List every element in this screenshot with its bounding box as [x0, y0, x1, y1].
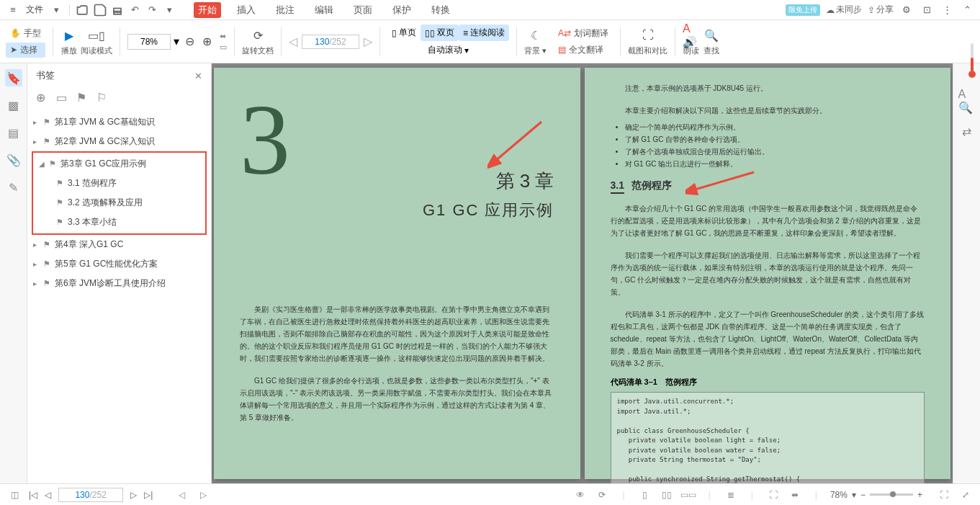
find-group[interactable]: 🔍 查找	[703, 27, 720, 56]
read-aloud-group[interactable]: A🔊 朗读	[683, 27, 700, 56]
bookmark-tab-icon[interactable]: 🔖	[5, 69, 22, 86]
print-icon[interactable]	[110, 3, 125, 17]
thermometer-icon	[968, 43, 976, 81]
back-icon[interactable]: ◁	[174, 488, 189, 502]
bookmark-outline-icon[interactable]: ⚐	[96, 91, 109, 104]
zoom-out-icon[interactable]: ⊖	[182, 33, 197, 50]
collapse-icon[interactable]: ⌃	[960, 3, 974, 17]
zoom-input[interactable]	[127, 34, 171, 50]
hamburger-icon[interactable]: ≡	[6, 3, 20, 17]
close-icon[interactable]: ✕	[194, 71, 202, 81]
play-icon: ▶	[60, 27, 78, 44]
fit-width-icon[interactable]: ⬌	[220, 32, 227, 41]
tree-item[interactable]: ▸⚑第2章 JVM & GC深入知识	[27, 132, 211, 151]
note-text: 注意，本章示例的选项基于 JDK8U45 运行。	[611, 82, 925, 94]
save-icon[interactable]	[93, 3, 107, 17]
signature-tab-icon[interactable]: ✎	[5, 179, 22, 196]
zoom-value[interactable]: 78%	[830, 490, 848, 500]
tab-page[interactable]: 页面	[349, 2, 377, 18]
view-continuous-icon[interactable]: ≣	[724, 488, 738, 502]
view-book-icon[interactable]: ▭▭	[681, 488, 696, 502]
settings-icon[interactable]: ⚙	[899, 3, 914, 17]
more-icon[interactable]: ⊡	[920, 3, 934, 17]
share-button[interactable]: ⇪ 分享	[868, 4, 894, 16]
screenshot-group[interactable]: ⛶ 截图和对比	[628, 27, 667, 56]
view-single-icon[interactable]: ▯	[638, 488, 652, 502]
forward-icon[interactable]: ▷	[196, 488, 210, 502]
undo-icon[interactable]: ↶	[127, 3, 142, 17]
tab-edit[interactable]: 编辑	[310, 2, 338, 18]
tree-item[interactable]: ◢⚑第3章 G1 GC应用示例	[33, 154, 205, 174]
next-page-icon[interactable]: ▷	[130, 490, 137, 500]
search-icon[interactable]: A🔍	[958, 92, 976, 110]
prev-page-icon[interactable]: ◁	[289, 35, 297, 48]
paragraph: 代码清单 3-1 所示的程序中，定义了一个叫作 GreenhouseSchedu…	[611, 308, 925, 370]
translate-icon[interactable]: ⇄	[958, 122, 976, 140]
sync-status[interactable]: ☁ 未同步	[826, 4, 862, 16]
collapse-all-icon[interactable]: ▭	[56, 91, 69, 104]
zoom-dropdown-icon[interactable]: ▾	[852, 490, 856, 500]
zoom-in-icon[interactable]: ⊕	[199, 33, 214, 50]
tree-item[interactable]: ▸⚑第4章 深入G1 GC	[27, 235, 211, 254]
dropdown-icon[interactable]: ▾	[162, 3, 176, 17]
zoom-out-icon[interactable]: −	[860, 490, 866, 500]
tree-item[interactable]: ▸⚑第5章 G1 GC性能优化方案	[27, 254, 211, 274]
share-label: 分享	[876, 4, 894, 16]
last-page-icon[interactable]: ▷|	[144, 490, 153, 500]
auto-scroll-btn[interactable]: 自动滚动 ▾	[387, 42, 509, 58]
divider	[620, 27, 621, 56]
select-tool[interactable]: ➤ 选择	[6, 43, 45, 58]
tab-start[interactable]: 开始	[194, 2, 221, 18]
next-page-icon[interactable]: ▷	[364, 35, 372, 48]
paragraph: 美剧《实习医生格蕾》是一部非常棒的医学故事类电视剧。在第十季中男主角德立克不幸遇…	[240, 303, 554, 365]
continuous-btn[interactable]: ≡ 连续阅读	[459, 24, 509, 41]
fullscreen-icon[interactable]: ⛶	[937, 488, 951, 502]
expand-icon[interactable]: ⤢	[958, 488, 973, 502]
attachment-tab-icon[interactable]: 📎	[5, 151, 22, 169]
tab-convert[interactable]: 转换	[427, 2, 454, 18]
dropdown-icon[interactable]: ▾	[49, 3, 63, 17]
thumbnail-tab-icon[interactable]: ▩	[5, 97, 22, 114]
tab-annotate[interactable]: 批注	[271, 2, 299, 18]
add-bookmark-icon[interactable]: ⊕	[36, 91, 49, 104]
refresh-icon[interactable]: ⟳	[595, 488, 609, 502]
menu-dots-icon[interactable]: ⋮	[940, 3, 954, 17]
view-double-icon[interactable]: ▯▯	[660, 488, 674, 502]
zoom-dropdown-icon[interactable]: ▾	[174, 35, 179, 48]
redo-icon[interactable]: ↷	[145, 3, 159, 17]
hand-tool[interactable]: ✋ 手型	[6, 26, 45, 41]
full-translate-btn[interactable]: ▤ 全文翻译	[554, 43, 613, 58]
first-page-icon[interactable]: |◁	[29, 490, 37, 500]
background-group[interactable]: ☾ 背景 ▾	[524, 27, 547, 56]
page-input[interactable]: 130/252	[302, 35, 359, 49]
code-block: import Java.util.concurrent.*; import Ja…	[611, 392, 925, 483]
word-translate-btn[interactable]: A⇄ 划词翻译	[554, 26, 613, 41]
tree-item[interactable]: ▸⚑第6章 JVM诊断工具使用介绍	[27, 274, 211, 293]
tree-item[interactable]: ⚑3.2 选项解释及应用	[50, 193, 205, 213]
double-page-btn[interactable]: ▯▯ 双页	[421, 24, 459, 41]
zoom-slider[interactable]	[870, 493, 913, 496]
status-page-input[interactable]: 130/252	[58, 488, 123, 502]
read-mode-group[interactable]: ▭▯ 阅读模式	[81, 27, 112, 56]
outline-tab-icon[interactable]: ▤	[5, 124, 22, 141]
bookmark-icon[interactable]: ⚑	[76, 91, 89, 104]
fit-icon[interactable]: ⛶	[766, 488, 781, 502]
fit-page-icon[interactable]: ▭	[220, 43, 227, 52]
open-icon[interactable]	[76, 3, 90, 17]
tree-item[interactable]: ⚑3.1 范例程序	[50, 174, 205, 193]
tree-item[interactable]: ⚑3.3 本章小结	[50, 213, 205, 232]
tree-item[interactable]: ▸⚑第1章 JVM & GC基础知识	[27, 112, 211, 132]
tab-insert[interactable]: 插入	[233, 2, 260, 18]
fit-width-icon[interactable]: ⬌	[788, 488, 802, 502]
prev-page-icon[interactable]: ◁	[45, 490, 51, 500]
zoom-in-icon[interactable]: +	[917, 490, 922, 500]
single-page-btn[interactable]: ▯ 单页	[387, 24, 421, 41]
rotate-group[interactable]: ⟳ 旋转文档	[242, 27, 274, 56]
tab-protect[interactable]: 保护	[388, 2, 415, 18]
eye-icon[interactable]: 👁	[573, 488, 588, 502]
sidebar-toggle-icon[interactable]: ◫	[7, 488, 22, 502]
file-menu[interactable]: 文件	[23, 4, 46, 16]
play-group[interactable]: ▶ 播放	[60, 27, 78, 56]
document-viewer[interactable]: 3 第 3 章 G1 GC 应用示例 美剧《实习医生格蕾》是一部非常棒的医学故事…	[212, 63, 953, 483]
upload-badge[interactable]: 限免上传	[786, 4, 820, 16]
